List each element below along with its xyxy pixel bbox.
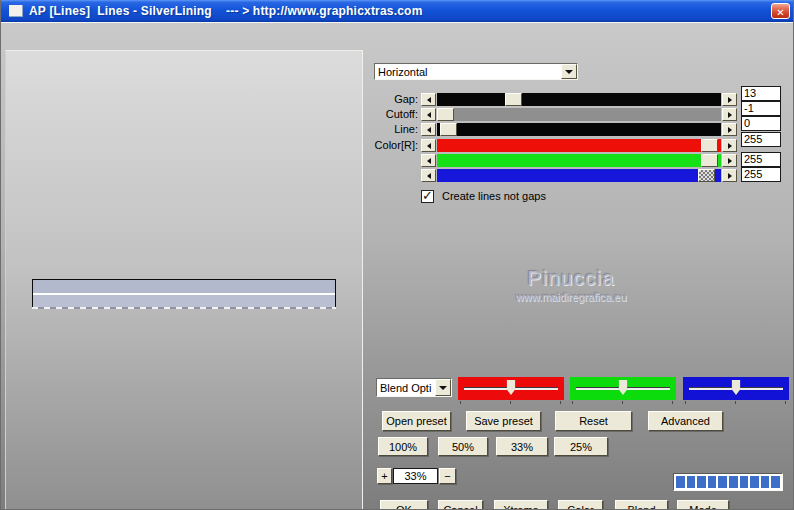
arrow-right-icon xyxy=(728,112,732,118)
xtreme-button[interactable]: Xtreme xyxy=(494,500,548,510)
chevron-down-icon xyxy=(565,70,573,74)
slider-thumb[interactable] xyxy=(701,154,718,167)
slider-right-arrow-button[interactable] xyxy=(722,93,737,106)
progress-segment xyxy=(708,476,717,488)
color-g-slider[interactable] xyxy=(421,154,737,167)
reset-button[interactable]: Reset xyxy=(555,411,632,431)
title-bar: AP [Lines] Lines - SilverLining --- > ht… xyxy=(1,0,793,22)
progress-segment xyxy=(771,476,780,488)
ok-button[interactable]: OK xyxy=(380,500,428,510)
arrow-right-icon xyxy=(728,143,732,149)
progress-segment xyxy=(761,476,770,488)
close-button[interactable] xyxy=(771,3,790,19)
progress-segment xyxy=(687,476,696,488)
watermark: Pinuccia www.maidiregrafica.eu xyxy=(431,266,711,303)
slider-track[interactable] xyxy=(437,93,721,106)
arrow-right-icon xyxy=(728,97,732,103)
color-b-value-field[interactable]: 255 xyxy=(741,167,781,182)
progress-segment xyxy=(729,476,738,488)
color-b-slider[interactable] xyxy=(421,169,737,182)
slider-thumb[interactable] xyxy=(698,169,715,182)
cutoff-value-field[interactable]: -1 xyxy=(741,101,781,116)
arrow-right-icon xyxy=(728,127,732,133)
advanced-button[interactable]: Advanced xyxy=(648,411,723,431)
close-icon xyxy=(776,2,784,20)
arrow-left-icon xyxy=(427,127,431,133)
zoom-33-button[interactable]: 33% xyxy=(496,437,548,456)
arrow-left-icon xyxy=(427,112,431,118)
slider-thumb[interactable] xyxy=(701,139,718,152)
color-r-slider[interactable] xyxy=(421,139,737,152)
line-slider[interactable] xyxy=(421,123,737,136)
mode-button[interactable]: Mode xyxy=(677,500,729,510)
red-channel-slider[interactable] xyxy=(458,377,564,400)
slider-right-arrow-button[interactable] xyxy=(722,139,737,152)
save-preset-button[interactable]: Save preset xyxy=(466,411,541,431)
create-lines-label: Create lines not gaps xyxy=(442,190,546,203)
zoom-out-button[interactable]: − xyxy=(439,468,456,484)
slider-track[interactable] xyxy=(437,123,721,136)
gap-value-field[interactable]: 13 xyxy=(741,86,781,101)
green-channel-slider[interactable] xyxy=(570,377,676,400)
blend-button[interactable]: Blend xyxy=(615,500,668,510)
open-preset-button[interactable]: Open preset xyxy=(382,411,451,431)
slider-right-arrow-button[interactable] xyxy=(722,154,737,167)
progress-segment xyxy=(750,476,759,488)
dropdown-button[interactable] xyxy=(561,64,577,79)
line-label: Line: xyxy=(338,123,418,136)
zoom-25-button[interactable]: 25% xyxy=(554,437,608,456)
dropdown-button[interactable] xyxy=(435,379,451,396)
blend-options-dropdown[interactable]: Blend Opti xyxy=(376,378,452,397)
window-content: Horizontal Gap: Cutoff: Line: Color[R]: xyxy=(1,22,793,509)
slider-left-arrow-button[interactable] xyxy=(421,169,436,182)
slider-thumb[interactable] xyxy=(505,93,522,106)
slider-right-arrow-button[interactable] xyxy=(722,169,737,182)
arrow-right-icon xyxy=(728,173,732,179)
arrow-left-icon xyxy=(427,97,431,103)
slider-track[interactable] xyxy=(437,169,721,182)
zoom-in-button[interactable]: + xyxy=(377,468,392,484)
slider-thumb[interactable] xyxy=(437,108,454,121)
slider-left-arrow-button[interactable] xyxy=(421,93,436,106)
preview-panel[interactable] xyxy=(5,50,363,510)
slider-track[interactable] xyxy=(437,108,721,121)
watermark-subtitle: www.maidiregrafica.eu xyxy=(431,291,711,303)
window-icon xyxy=(9,5,23,17)
slider-thumb[interactable] xyxy=(507,380,516,395)
progress-bar xyxy=(673,473,783,491)
arrow-left-icon xyxy=(427,158,431,164)
arrow-left-icon xyxy=(427,173,431,179)
color-button[interactable]: Color xyxy=(558,500,603,510)
zoom-level-field[interactable]: 33% xyxy=(393,468,438,484)
gap-label: Gap: xyxy=(338,93,418,106)
blue-channel-slider[interactable] xyxy=(683,377,789,400)
color-r-value-field[interactable]: 255 xyxy=(741,132,781,147)
slider-track[interactable] xyxy=(437,139,721,152)
slider-thumb[interactable] xyxy=(440,123,457,136)
slider-left-arrow-button[interactable] xyxy=(421,108,436,121)
progress-segment xyxy=(676,476,685,488)
zoom-50-button[interactable]: 50% xyxy=(438,437,488,456)
window-title: AP [Lines] Lines - SilverLining --- > ht… xyxy=(29,4,423,18)
slider-left-arrow-button[interactable] xyxy=(421,139,436,152)
slider-thumb[interactable] xyxy=(732,380,741,395)
slider-left-arrow-button[interactable] xyxy=(421,154,436,167)
cancel-button[interactable]: Cancel xyxy=(438,500,483,510)
slider-right-arrow-button[interactable] xyxy=(722,123,737,136)
create-lines-checkbox[interactable] xyxy=(421,190,434,203)
slider-right-arrow-button[interactable] xyxy=(722,108,737,121)
gap-slider[interactable] xyxy=(421,93,737,106)
progress-segment xyxy=(697,476,706,488)
color-g-value-field[interactable]: 255 xyxy=(741,152,781,167)
slider-track[interactable] xyxy=(437,154,721,167)
zoom-100-button[interactable]: 100% xyxy=(378,437,428,456)
slider-thumb[interactable] xyxy=(619,380,628,395)
line-direction-dropdown[interactable]: Horizontal xyxy=(374,63,578,80)
arrow-right-icon xyxy=(728,158,732,164)
cutoff-label: Cutoff: xyxy=(338,108,418,121)
slider-left-arrow-button[interactable] xyxy=(421,123,436,136)
line-value-field[interactable]: 0 xyxy=(741,116,781,131)
chevron-down-icon xyxy=(439,386,447,390)
watermark-title: Pinuccia xyxy=(431,266,711,290)
cutoff-slider[interactable] xyxy=(421,108,737,121)
